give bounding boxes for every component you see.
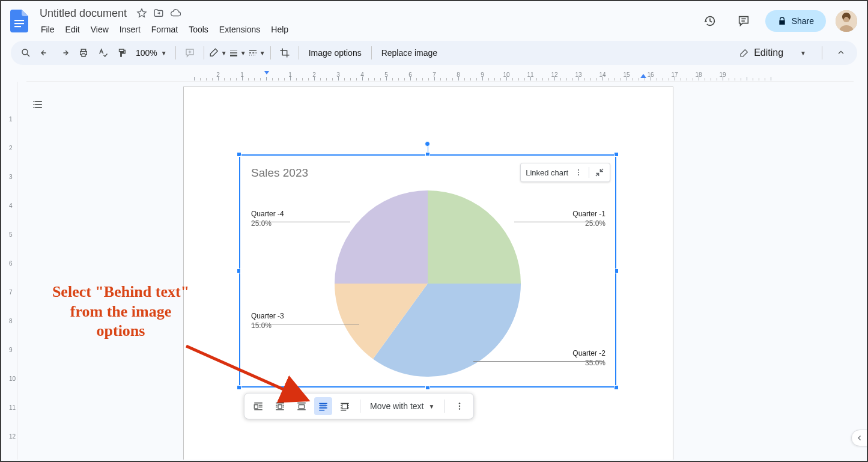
vertical-ruler[interactable]: 112345678910111213 <box>7 82 18 460</box>
redo-icon[interactable] <box>55 44 73 62</box>
svg-rect-47 <box>341 410 346 411</box>
in-front-of-text-icon[interactable] <box>336 397 354 415</box>
menu-file[interactable]: File <box>36 22 59 37</box>
svg-point-49 <box>459 403 460 404</box>
outline-toggle-icon[interactable] <box>28 94 49 115</box>
svg-rect-43 <box>319 410 324 411</box>
share-button[interactable]: Share <box>765 10 826 32</box>
caret-down-icon: ▼ <box>221 50 227 56</box>
star-icon[interactable] <box>136 8 147 19</box>
svg-rect-42 <box>319 407 327 409</box>
svg-point-22 <box>578 172 579 173</box>
pie-svg <box>335 190 521 377</box>
zoom-select[interactable]: 100%▼ <box>132 48 171 58</box>
svg-rect-28 <box>254 409 263 410</box>
border-weight-icon[interactable]: ▼ <box>228 44 246 62</box>
separator <box>299 46 299 59</box>
history-icon[interactable] <box>698 9 722 33</box>
lock-icon <box>777 16 787 26</box>
chart-title: Sales 2023 <box>251 166 308 180</box>
replace-image-button[interactable]: Replace image <box>377 48 442 58</box>
more-vert-icon[interactable] <box>573 167 584 178</box>
linked-chart-label[interactable]: Linked chart <box>526 168 568 177</box>
wrap-text-icon[interactable] <box>271 397 289 415</box>
menu-view[interactable]: View <box>86 22 114 37</box>
search-icon[interactable] <box>17 44 35 62</box>
separator <box>371 46 372 59</box>
paint-format-icon[interactable] <box>113 44 131 62</box>
cloud-status-icon[interactable] <box>170 8 181 19</box>
svg-point-7 <box>22 49 28 55</box>
chart-selection[interactable]: Sales 2023 Linked chart Quarter -125.0% <box>239 154 616 388</box>
pencil-icon <box>739 48 749 58</box>
menu-help[interactable]: Help <box>266 22 293 37</box>
behind-text-icon[interactable] <box>314 397 332 415</box>
menu-edit[interactable]: Edit <box>61 22 85 37</box>
svg-rect-33 <box>276 407 277 408</box>
border-dash-icon[interactable]: ▼ <box>247 44 266 62</box>
horizontal-ruler[interactable]: 2112345678910111213141516171819 <box>26 71 854 82</box>
slice-label-q3: Quarter -315.0% <box>251 312 284 330</box>
svg-rect-27 <box>259 407 263 408</box>
svg-rect-35 <box>276 409 284 410</box>
svg-point-23 <box>578 174 579 175</box>
app-header: Untitled document File Edit View Insert … <box>1 1 867 37</box>
header-right: Share <box>698 9 857 33</box>
svg-rect-26 <box>259 405 263 406</box>
slice-label-q2: Quarter -235.0% <box>572 349 605 368</box>
break-text-icon[interactable] <box>293 397 311 415</box>
separator <box>360 400 360 413</box>
move-folder-icon[interactable] <box>153 8 164 19</box>
caret-down-icon: ▼ <box>259 50 266 56</box>
border-color-icon[interactable]: ▼ <box>209 44 227 62</box>
svg-line-8 <box>27 54 29 56</box>
svg-point-20 <box>33 107 34 108</box>
svg-point-19 <box>33 104 34 105</box>
caret-down-icon: ▼ <box>428 403 434 410</box>
svg-rect-30 <box>278 405 282 409</box>
menu-insert[interactable]: Insert <box>115 22 145 37</box>
svg-rect-32 <box>283 405 284 406</box>
svg-point-21 <box>578 169 579 171</box>
comments-icon[interactable] <box>732 9 756 33</box>
menu-tools[interactable]: Tools <box>184 22 213 37</box>
slice-label-q4: Quarter -425.0% <box>251 210 284 228</box>
caret-down-icon: ▼ <box>800 50 806 56</box>
show-side-panel-icon[interactable] <box>851 430 868 446</box>
leader-q3 <box>251 324 359 324</box>
menu-extensions[interactable]: Extensions <box>214 22 265 37</box>
toolbar: 100%▼ ▼ ▼ ▼ Image options Replace image … <box>11 41 857 65</box>
print-icon[interactable] <box>74 44 93 62</box>
image-wrap-toolbar: Move with text▼ <box>244 393 474 419</box>
more-vert-icon[interactable] <box>451 397 469 415</box>
rotation-handle[interactable] <box>425 141 430 147</box>
collapse-toolbar-icon[interactable] <box>831 43 851 63</box>
avatar[interactable] <box>836 10 857 32</box>
document-title[interactable]: Untitled document <box>36 6 130 21</box>
menu-format[interactable]: Format <box>147 22 183 37</box>
svg-rect-40 <box>319 403 327 404</box>
svg-rect-37 <box>299 405 305 409</box>
svg-point-51 <box>459 408 460 409</box>
image-options-button[interactable]: Image options <box>304 48 366 58</box>
svg-point-18 <box>33 101 34 102</box>
separator <box>444 400 445 413</box>
svg-rect-41 <box>319 406 327 407</box>
svg-rect-31 <box>276 405 277 406</box>
spellcheck-icon[interactable] <box>94 44 112 62</box>
crop-icon[interactable] <box>276 44 294 62</box>
slice-label-q1: Quarter -125.0% <box>572 210 605 228</box>
leader-q2 <box>473 361 604 362</box>
share-label: Share <box>792 16 814 26</box>
wrap-inline-icon[interactable] <box>249 397 267 415</box>
separator <box>204 46 204 59</box>
title-area: Untitled document File Edit View Insert … <box>36 6 698 37</box>
unlink-collapse-icon[interactable] <box>594 167 605 178</box>
separator <box>822 46 822 59</box>
svg-rect-24 <box>254 403 263 404</box>
menu-bar: File Edit View Insert Format Tools Exten… <box>36 22 698 37</box>
undo-icon[interactable] <box>36 44 54 62</box>
docs-logo[interactable] <box>7 9 31 33</box>
move-with-text-dropdown[interactable]: Move with text▼ <box>366 401 438 411</box>
editing-mode-button[interactable]: Editing ▼ <box>732 47 813 58</box>
